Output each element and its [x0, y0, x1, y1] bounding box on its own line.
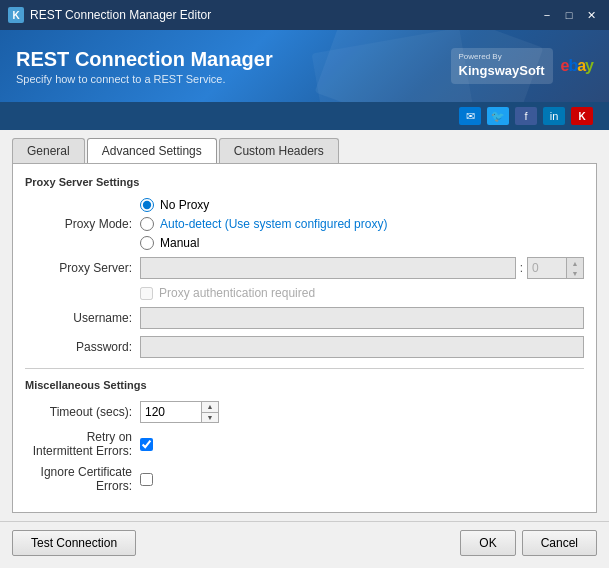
timeout-decrement-button[interactable]: ▼ — [202, 413, 218, 423]
timeout-label: Timeout (secs): — [25, 405, 140, 419]
tab-advanced-settings[interactable]: Advanced Settings — [87, 138, 217, 163]
retry-control — [140, 438, 584, 451]
social-strip: ✉ 🐦 f in K — [0, 102, 609, 130]
section-divider — [25, 368, 584, 369]
brand-name: KingswaySoft — [459, 63, 545, 78]
misc-section-title: Miscellaneous Settings — [25, 379, 584, 391]
title-bar-left: K REST Connection Manager Editor — [8, 7, 211, 23]
password-control — [140, 336, 584, 358]
header: REST Connection Manager Specify how to c… — [0, 30, 609, 102]
header-right: Powered By KingswaySoft ebay — [451, 48, 593, 83]
password-row: Password: — [25, 336, 584, 358]
username-label: Username: — [25, 311, 140, 325]
ebay-logo: ebay — [561, 57, 594, 75]
timeout-control: ▲ ▼ — [140, 401, 584, 423]
app-icon: K — [8, 7, 24, 23]
ignore-cert-option[interactable] — [140, 473, 153, 486]
proxy-server-row: Proxy Server: : ▲ ▼ — [25, 257, 584, 279]
proxy-mode-row: Proxy Mode: No Proxy Auto-detect (Use sy… — [25, 198, 584, 250]
username-control — [140, 307, 584, 329]
proxy-mode-radio-group: No Proxy Auto-detect (Use system configu… — [140, 198, 387, 250]
window-title: REST Connection Manager Editor — [30, 8, 211, 22]
no-proxy-radio[interactable] — [140, 198, 154, 212]
window-controls: − □ ✕ — [537, 6, 601, 24]
proxy-auth-checkbox[interactable] — [140, 287, 153, 300]
tab-general[interactable]: General — [12, 138, 85, 163]
powered-by-text: Powered By KingswaySoft — [459, 52, 545, 79]
close-button[interactable]: ✕ — [581, 6, 601, 24]
ignore-cert-label: Ignore Certificate Errors: — [25, 465, 140, 493]
proxy-section-title: Proxy Server Settings — [25, 176, 584, 188]
tab-bar: General Advanced Settings Custom Headers — [12, 138, 597, 163]
footer: Test Connection OK Cancel — [0, 521, 609, 564]
port-increment-button[interactable]: ▲ — [567, 258, 583, 268]
retry-label: Retry on Intermittent Errors: — [25, 430, 140, 458]
port-decrement-button[interactable]: ▼ — [567, 268, 583, 278]
header-title-area: REST Connection Manager Specify how to c… — [16, 48, 273, 85]
password-input[interactable] — [140, 336, 584, 358]
email-icon[interactable]: ✉ — [459, 107, 481, 125]
proxy-server-label: Proxy Server: — [25, 261, 140, 275]
proxy-port-input[interactable] — [528, 258, 566, 278]
settings-panel: Proxy Server Settings Proxy Mode: No Pro… — [12, 163, 597, 513]
header-subtitle: Specify how to connect to a REST Service… — [16, 73, 273, 85]
manual-radio[interactable] — [140, 236, 154, 250]
timeout-spinbox-buttons: ▲ ▼ — [201, 402, 218, 422]
ignore-cert-checkbox[interactable] — [140, 473, 153, 486]
username-input[interactable] — [140, 307, 584, 329]
ignore-cert-control — [140, 473, 584, 486]
facebook-icon[interactable]: f — [515, 107, 537, 125]
twitter-icon[interactable]: 🐦 — [487, 107, 509, 125]
header-title: REST Connection Manager — [16, 48, 273, 71]
title-bar: K REST Connection Manager Editor − □ ✕ — [0, 0, 609, 30]
no-proxy-option[interactable]: No Proxy — [140, 198, 387, 212]
footer-right: OK Cancel — [460, 530, 597, 556]
main-content: General Advanced Settings Custom Headers… — [0, 130, 609, 521]
ks-logo: Powered By KingswaySoft — [451, 48, 553, 83]
proxy-mode-label: Proxy Mode: — [25, 217, 140, 231]
username-row: Username: — [25, 307, 584, 329]
retry-option[interactable] — [140, 438, 153, 451]
manual-option[interactable]: Manual — [140, 236, 387, 250]
password-label: Password: — [25, 340, 140, 354]
proxy-server-control: : ▲ ▼ — [140, 257, 584, 279]
test-connection-button[interactable]: Test Connection — [12, 530, 136, 556]
cancel-button[interactable]: Cancel — [522, 530, 597, 556]
timeout-increment-button[interactable]: ▲ — [202, 402, 218, 413]
proxy-auth-option[interactable]: Proxy authentication required — [140, 286, 584, 300]
ks-social-icon[interactable]: K — [571, 107, 593, 125]
auto-detect-radio[interactable] — [140, 217, 154, 231]
proxy-port-spinbox: ▲ ▼ — [527, 257, 584, 279]
retry-row: Retry on Intermittent Errors: — [25, 430, 584, 458]
port-spinbox-buttons: ▲ ▼ — [566, 258, 583, 278]
timeout-row: Timeout (secs): ▲ ▼ — [25, 401, 584, 423]
ok-button[interactable]: OK — [460, 530, 515, 556]
linkedin-icon[interactable]: in — [543, 107, 565, 125]
proxy-server-input[interactable] — [140, 257, 516, 279]
minimize-button[interactable]: − — [537, 6, 557, 24]
timeout-spinbox: ▲ ▼ — [140, 401, 219, 423]
port-separator: : — [520, 261, 523, 275]
proxy-mode-control: No Proxy Auto-detect (Use system configu… — [140, 198, 584, 250]
auto-detect-option[interactable]: Auto-detect (Use system configured proxy… — [140, 217, 387, 231]
tab-custom-headers[interactable]: Custom Headers — [219, 138, 339, 163]
ignore-cert-row: Ignore Certificate Errors: — [25, 465, 584, 493]
proxy-auth-row: Proxy authentication required — [25, 286, 584, 300]
timeout-input[interactable] — [141, 402, 201, 422]
retry-checkbox[interactable] — [140, 438, 153, 451]
maximize-button[interactable]: □ — [559, 6, 579, 24]
